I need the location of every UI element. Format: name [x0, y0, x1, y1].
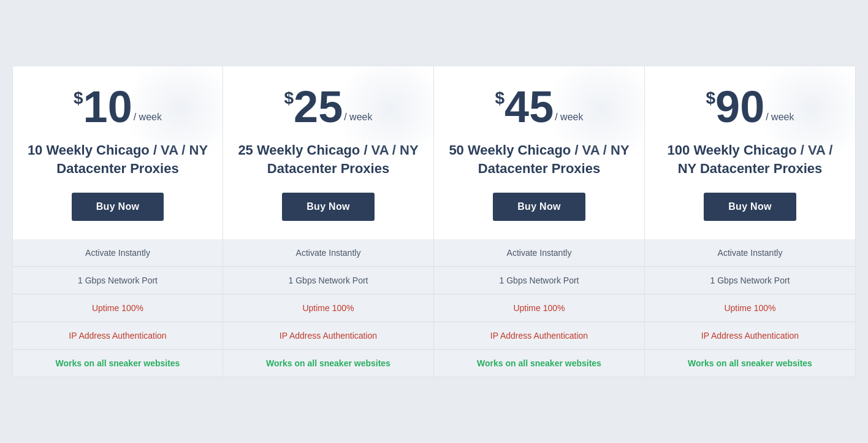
feature-plan-25-4: Works on all sneaker websites: [223, 350, 433, 377]
feature-plan-90-2: Uptime 100%: [645, 295, 855, 322]
feature-plan-90-1: 1 Gbps Network Port: [645, 267, 855, 295]
card-top-plan-10: $10/ week10 Weekly Chicago / VA / NY Dat…: [13, 66, 223, 239]
price-dollar-plan-10: $: [74, 90, 83, 107]
pricing-grid: $10/ week10 Weekly Chicago / VA / NY Dat…: [12, 66, 856, 377]
product-name-plan-45: 50 Weekly Chicago / VA / NY Datacenter P…: [446, 141, 632, 177]
buy-button-plan-45[interactable]: Buy Now: [493, 193, 585, 221]
pricing-card-plan-25: $25/ week25 Weekly Chicago / VA / NY Dat…: [223, 66, 434, 377]
feature-plan-25-1: 1 Gbps Network Port: [223, 267, 433, 295]
price-amount-plan-45: 45: [504, 85, 554, 129]
feature-plan-45-4: Works on all sneaker websites: [434, 350, 644, 377]
price-row-plan-45: $45/ week: [446, 85, 632, 129]
price-row-plan-90: $90/ week: [657, 85, 843, 129]
product-name-plan-10: 10 Weekly Chicago / VA / NY Datacenter P…: [25, 141, 210, 177]
feature-plan-45-3: IP Address Authentication: [434, 322, 644, 350]
price-per-plan-90: / week: [766, 112, 794, 123]
pricing-card-plan-10: $10/ week10 Weekly Chicago / VA / NY Dat…: [12, 66, 223, 377]
price-row-plan-25: $25/ week: [235, 85, 421, 129]
price-row-plan-10: $10/ week: [25, 85, 210, 129]
card-top-plan-45: $45/ week50 Weekly Chicago / VA / NY Dat…: [434, 66, 644, 239]
product-name-plan-25: 25 Weekly Chicago / VA / NY Datacenter P…: [235, 141, 421, 177]
feature-plan-90-0: Activate Instantly: [645, 239, 855, 267]
price-amount-plan-10: 10: [83, 85, 132, 129]
card-top-plan-25: $25/ week25 Weekly Chicago / VA / NY Dat…: [223, 66, 433, 239]
product-name-plan-90: 100 Weekly Chicago / VA / NY Datacenter …: [657, 141, 843, 177]
price-per-plan-45: / week: [555, 112, 583, 123]
buy-button-plan-90[interactable]: Buy Now: [704, 193, 796, 221]
feature-plan-10-3: IP Address Authentication: [13, 322, 223, 350]
card-features-plan-90: Activate Instantly1 Gbps Network PortUpt…: [645, 239, 855, 377]
card-top-plan-90: $90/ week100 Weekly Chicago / VA / NY Da…: [645, 66, 855, 239]
feature-plan-45-1: 1 Gbps Network Port: [434, 267, 644, 295]
price-amount-plan-25: 25: [294, 85, 343, 129]
price-per-plan-25: / week: [344, 112, 372, 123]
feature-plan-25-3: IP Address Authentication: [223, 322, 433, 350]
price-dollar-plan-90: $: [706, 90, 716, 107]
price-dollar-plan-25: $: [284, 90, 294, 107]
price-amount-plan-90: 90: [715, 85, 764, 129]
price-dollar-plan-45: $: [495, 90, 505, 107]
card-features-plan-10: Activate Instantly1 Gbps Network PortUpt…: [13, 239, 223, 377]
pricing-card-plan-90: $90/ week100 Weekly Chicago / VA / NY Da…: [645, 66, 856, 377]
feature-plan-45-2: Uptime 100%: [434, 295, 644, 322]
feature-plan-10-0: Activate Instantly: [13, 239, 223, 267]
card-features-plan-25: Activate Instantly1 Gbps Network PortUpt…: [223, 239, 433, 377]
feature-plan-90-4: Works on all sneaker websites: [645, 350, 855, 377]
pricing-card-plan-45: $45/ week50 Weekly Chicago / VA / NY Dat…: [434, 66, 645, 377]
feature-plan-90-3: IP Address Authentication: [645, 322, 855, 350]
feature-plan-10-1: 1 Gbps Network Port: [13, 267, 223, 295]
feature-plan-25-0: Activate Instantly: [223, 239, 433, 267]
buy-button-plan-10[interactable]: Buy Now: [72, 193, 164, 221]
price-per-plan-10: / week: [134, 112, 162, 123]
feature-plan-10-2: Uptime 100%: [13, 295, 223, 322]
feature-plan-45-0: Activate Instantly: [434, 239, 644, 267]
feature-plan-10-4: Works on all sneaker websites: [13, 350, 223, 377]
buy-button-plan-25[interactable]: Buy Now: [282, 193, 375, 221]
feature-plan-25-2: Uptime 100%: [223, 295, 433, 322]
card-features-plan-45: Activate Instantly1 Gbps Network PortUpt…: [434, 239, 644, 377]
